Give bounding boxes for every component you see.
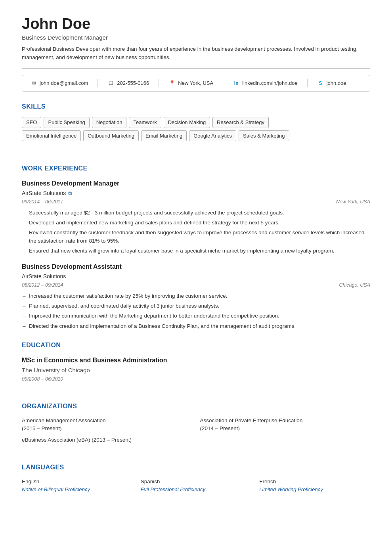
languages-section-title: LANGUAGES [22,463,370,472]
skill-tag: Research & Strategy [212,117,269,128]
language-name: Spanish [141,478,252,486]
org-name: Association of Private Enterprise Educat… [200,417,303,423]
external-link-icon[interactable]: ⧉ [68,189,72,197]
education-section-title: EDUCATION [22,341,370,350]
job-location: Chicago, USA [339,281,370,289]
job-bullet: Improved the communication with the Mark… [22,312,370,320]
language-level: Full Professional Proficiency [141,486,252,494]
header-divider [22,68,370,69]
company-name: AirState Solutions [22,272,370,281]
skill-tag: Sales & Marketing [239,130,289,142]
contact-phone: ☐ 202-555-0166 [107,79,149,87]
linkedin-icon: in [233,80,240,87]
work-experience-container: Business Development ManagerAirState Sol… [22,179,370,330]
location-icon: 📍 [168,80,176,87]
job-bullet: Ensured that new clients will grow into … [22,247,370,255]
skill-tag: Decision Making [164,117,210,128]
job-block: Business Development ManagerAirState Sol… [22,179,370,255]
education-container: MSc in Economics and Business Administra… [22,356,370,383]
company-name: AirState Solutions⧉ [22,189,370,197]
language-level: Limited Working Proficiency [259,486,370,494]
org-name: eBusiness Association (eBA) (2013 – Pres… [22,437,132,443]
language-item: FrenchLimited Working Proficiency [259,478,370,494]
skills-container: SEOPublic SpeakingNegotiationTeamworkDec… [22,117,370,141]
skill-tag: Negotiation [92,117,127,128]
skill-tag: Emotional Intelligence [22,130,81,142]
divider-1 [98,79,98,87]
org-item: eBusiness Association (eBA) (2013 – Pres… [22,436,192,444]
contact-skype: S john.doe [317,79,346,87]
job-title: Business Development Assistant [22,262,370,272]
contact-email: ✉ john.doe@gmail.com [30,79,88,87]
skype-icon: S [317,80,324,87]
languages-container: EnglishNative or Bilingual ProficiencySp… [22,478,370,494]
job-bullets: Increased the customer satisfaction rate… [22,292,370,330]
organizations-section-title: ORGANIZATIONS [22,402,370,411]
job-bullet: Directed the creation and implementation… [22,322,370,330]
organizations-container: American Management Association(2015 – P… [22,417,370,444]
org-dates: (2015 – Present) [22,425,62,431]
skill-tag: Teamwork [129,117,161,128]
job-block: Business Development AssistantAirState S… [22,262,370,330]
resume-summary: Professional Business Developer with mor… [22,45,370,62]
skill-tag: SEO [22,117,41,128]
job-bullet: Increased the customer satisfaction rate… [22,292,370,300]
edu-dates: 09/2008 – 06/2010 [22,375,370,383]
job-bullets: Successfully managed $2 - 3 million budg… [22,209,370,255]
skills-section-title: SKILLS [22,102,370,111]
contact-bar: ✉ john.doe@gmail.com ☐ 202-555-0166 📍 Ne… [22,75,370,92]
org-item: Association of Private Enterprise Educat… [200,417,371,432]
job-meta: 09/2014 – 06/2017New York, USA [22,198,370,206]
contact-location: 📍 New York, USA [168,79,213,87]
work-experience-section-title: WORK EXPERIENCE [22,164,370,173]
resume-title: Business Development Manager [22,33,370,42]
email-icon: ✉ [30,80,37,87]
language-name: English [22,478,133,486]
edu-degree: MSc in Economics and Business Administra… [22,356,370,365]
skills-row-1: SEOPublic SpeakingNegotiationTeamworkDec… [22,117,370,128]
job-location: New York, USA [336,198,370,206]
job-dates: 09/2014 – 06/2017 [22,198,63,206]
job-meta: 08/2012 – 09/2014Chicago, USA [22,281,370,289]
job-bullet: Planned, supervised, and coordinated dai… [22,302,370,310]
language-item: EnglishNative or Bilingual Proficiency [22,478,133,494]
divider-2 [159,79,159,87]
divider-3 [223,79,223,87]
job-bullet: Successfully managed $2 - 3 million budg… [22,209,370,217]
language-level: Native or Bilingual Proficiency [22,486,133,494]
skill-tag: Email Marketing [141,130,187,142]
language-name: French [259,478,370,486]
divider-4 [307,79,308,87]
skills-row-2: Emotional IntelligenceOutbound Marketing… [22,130,370,142]
skill-tag: Outbound Marketing [83,130,139,142]
phone-icon: ☐ [107,80,115,87]
edu-school: The University of Chicago [22,366,370,375]
org-name: American Management Association [22,417,106,423]
resume-name: John Doe [22,16,370,33]
language-item: SpanishFull Professional Proficiency [141,478,252,494]
job-bullet: Developed and implemented new marketing … [22,219,370,227]
org-item: American Management Association(2015 – P… [22,417,192,432]
job-title: Business Development Manager [22,179,370,188]
skill-tag: Google Analytics [189,130,236,142]
skill-tag: Public Speaking [44,117,89,128]
org-dates: (2014 – Present) [200,425,240,431]
contact-linkedin: in linkedin.com/in/john.doe [233,79,297,87]
job-bullet: Reviewed constantly the customer feedbac… [22,229,370,245]
job-dates: 08/2012 – 09/2014 [22,281,63,289]
education-block: MSc in Economics and Business Administra… [22,356,370,383]
